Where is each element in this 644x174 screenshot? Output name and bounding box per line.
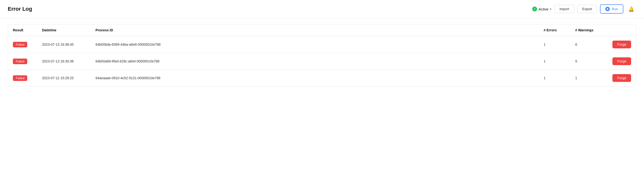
warnings-cell: 6 — [570, 36, 607, 53]
col-header-warnings: # Warnings — [570, 24, 607, 36]
active-status-icon — [532, 6, 537, 12]
result-cell: Failed — [8, 70, 37, 86]
error-log-table-container: Result Datetime Process ID # Errors # Wa… — [8, 24, 636, 86]
result-cell: Failed — [8, 53, 37, 70]
failed-badge: Failed — [13, 58, 27, 64]
run-label: Run — [612, 7, 618, 11]
active-status-label: Active — [538, 7, 548, 11]
import-button[interactable]: Import — [554, 5, 574, 13]
failed-badge: Failed — [13, 75, 27, 81]
errors-cell: 1 — [539, 53, 570, 70]
action-cell: Purge — [607, 70, 636, 86]
notifications-button[interactable]: 🔔 — [626, 5, 636, 13]
purge-button[interactable]: Purge — [612, 40, 631, 48]
chevron-down-icon: ▾ — [550, 8, 552, 11]
header-actions: Active ▾ Import Export Run 🔔 — [532, 4, 636, 14]
warnings-cell: 1 — [570, 70, 607, 86]
process-id-cell: 64b00bda-8389-44ba-a6e6-00000010e788 — [91, 36, 539, 53]
export-button[interactable]: Export — [577, 5, 597, 13]
result-cell: Failed — [8, 36, 37, 53]
col-header-action — [607, 24, 636, 36]
error-log-table: Result Datetime Process ID # Errors # Wa… — [8, 24, 636, 86]
datetime-cell: 2023-07-13 16:36:45 — [37, 36, 91, 53]
col-header-errors: # Errors — [539, 24, 570, 36]
datetime-cell: 2023-07-13 16:30:36 — [37, 53, 91, 70]
table-row: Failed 2023-07-12 15:29:25 64aeaaae-0810… — [8, 70, 636, 86]
active-status[interactable]: Active ▾ — [532, 6, 552, 12]
failed-badge: Failed — [13, 42, 27, 48]
purge-button[interactable]: Purge — [612, 57, 631, 65]
main-content: Result Datetime Process ID # Errors # Wa… — [0, 18, 644, 92]
process-id-cell: 64b00a68-6fed-429c-a844-00000010e788 — [91, 53, 539, 70]
errors-cell: 1 — [539, 70, 570, 86]
errors-cell: 1 — [539, 36, 570, 53]
run-icon — [605, 7, 610, 11]
table-row: Failed 2023-07-13 16:36:45 64b00bda-8389… — [8, 36, 636, 53]
table-row: Failed 2023-07-13 16:30:36 64b00a68-6fed… — [8, 53, 636, 70]
col-header-datetime: Datetime — [37, 24, 91, 36]
col-header-result: Result — [8, 24, 37, 36]
col-header-process-id: Process ID — [91, 24, 539, 36]
page-title: Error Log — [8, 6, 32, 12]
warnings-cell: 5 — [570, 53, 607, 70]
table-header-row: Result Datetime Process ID # Errors # Wa… — [8, 24, 636, 36]
purge-button[interactable]: Purge — [612, 74, 631, 82]
run-button[interactable]: Run — [600, 4, 623, 14]
action-cell: Purge — [607, 36, 636, 53]
process-id-cell: 64aeaaae-0810-4c52-9131-00000010e788 — [91, 70, 539, 86]
datetime-cell: 2023-07-12 15:29:25 — [37, 70, 91, 86]
action-cell: Purge — [607, 53, 636, 70]
page-header: Error Log Active ▾ Import Export Run 🔔 — [0, 0, 644, 18]
